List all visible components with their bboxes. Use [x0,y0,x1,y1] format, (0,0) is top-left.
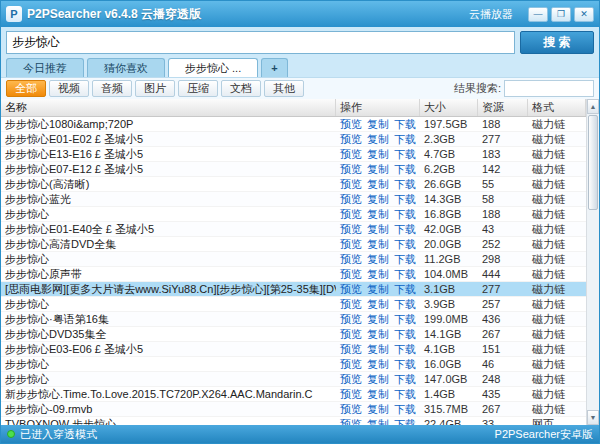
search-input[interactable] [6,31,515,54]
filter-button-3[interactable]: 图片 [135,80,175,97]
table-row[interactable]: 步步惊心DVD35集全预览复制下载14.1GB267磁力链 [1,327,586,342]
table-row[interactable]: 步步惊心原声带预览复制下载104.0MB444磁力链 [1,267,586,282]
preview-link[interactable]: 预览 [340,373,362,385]
filter-button-1[interactable]: 视频 [49,80,89,97]
download-link[interactable]: 下载 [394,253,416,265]
filter-button-5[interactable]: 文档 [221,80,261,97]
preview-link[interactable]: 预览 [340,148,362,160]
copy-link[interactable]: 复制 [367,403,389,415]
download-link[interactable]: 下载 [394,358,416,370]
scroll-track[interactable] [587,211,599,410]
scrollbar[interactable]: ▲ ▼ [586,99,599,425]
table-row[interactable]: 步步惊心预览复制下载147.0GB248磁力链 [1,372,586,387]
table-row[interactable]: 步步惊心预览复制下载16.8GB188磁力链 [1,207,586,222]
header-name[interactable]: 名称 [1,99,336,116]
preview-link[interactable]: 预览 [340,223,362,235]
table-row[interactable]: [思雨电影网][更多大片请去www.SiYu88.Cn][步步惊心][第25-3… [1,282,586,297]
table-row[interactable]: 步步惊心-09.rmvb预览复制下载315.7MB267磁力链 [1,402,586,417]
table-row[interactable]: 步步惊心1080i&amp;720P预览复制下载197.5GB188磁力链 [1,117,586,132]
preview-link[interactable]: 预览 [340,298,362,310]
preview-link[interactable]: 预览 [340,343,362,355]
header-size[interactable]: 大小 [420,99,478,116]
download-link[interactable]: 下载 [394,268,416,280]
download-link[interactable]: 下载 [394,418,416,425]
copy-link[interactable]: 复制 [367,373,389,385]
preview-link[interactable]: 预览 [340,268,362,280]
scroll-up-icon[interactable]: ▲ [587,99,599,114]
download-link[interactable]: 下载 [394,403,416,415]
android-version-link[interactable]: P2PSearcher安卓版 [495,427,593,442]
copy-link[interactable]: 复制 [367,268,389,280]
download-link[interactable]: 下载 [394,313,416,325]
preview-link[interactable]: 预览 [340,253,362,265]
download-link[interactable]: 下载 [394,298,416,310]
copy-link[interactable]: 复制 [367,418,389,425]
table-row[interactable]: 步步惊心预览复制下载11.2GB298磁力链 [1,252,586,267]
copy-link[interactable]: 复制 [367,148,389,160]
copy-link[interactable]: 复制 [367,343,389,355]
download-link[interactable]: 下载 [394,283,416,295]
table-row[interactable]: 步步惊心(高清晰)预览复制下载26.6GB55磁力链 [1,177,586,192]
download-link[interactable]: 下载 [394,343,416,355]
table-row[interactable]: 步步惊心E07-E12 £ 圣城小5预览复制下载6.2GB142磁力链 [1,162,586,177]
preview-link[interactable]: 预览 [340,313,362,325]
copy-link[interactable]: 复制 [367,253,389,265]
header-actions[interactable]: 操作 [336,99,420,116]
download-link[interactable]: 下载 [394,223,416,235]
copy-link[interactable]: 复制 [367,223,389,235]
table-row[interactable]: 步步惊心E01-E40全 £ 圣城小5预览复制下载42.0GB43磁力链 [1,222,586,237]
tab-2[interactable]: 步步惊心 ... [168,58,258,77]
filter-button-0[interactable]: 全部 [6,80,46,97]
preview-link[interactable]: 预览 [340,208,362,220]
search-button[interactable]: 搜 索 [520,31,594,54]
download-link[interactable]: 下载 [394,118,416,130]
download-link[interactable]: 下载 [394,238,416,250]
tab-0[interactable]: 今日推荐 [6,58,84,77]
preview-link[interactable]: 预览 [340,388,362,400]
preview-link[interactable]: 预览 [340,178,362,190]
copy-link[interactable]: 复制 [367,358,389,370]
result-search-input[interactable] [504,80,594,97]
download-link[interactable]: 下载 [394,193,416,205]
copy-link[interactable]: 复制 [367,328,389,340]
table-row[interactable]: 步步惊心蓝光预览复制下载14.3GB58磁力链 [1,192,586,207]
preview-link[interactable]: 预览 [340,193,362,205]
download-link[interactable]: 下载 [394,208,416,220]
copy-link[interactable]: 复制 [367,118,389,130]
table-row[interactable]: 步步惊心预览复制下载3.9GB257磁力链 [1,297,586,312]
preview-link[interactable]: 预览 [340,283,362,295]
preview-link[interactable]: 预览 [340,133,362,145]
copy-link[interactable]: 复制 [367,193,389,205]
table-row[interactable]: 步步惊心预览复制下载16.0GB46磁力链 [1,357,586,372]
copy-link[interactable]: 复制 [367,313,389,325]
preview-link[interactable]: 预览 [340,403,362,415]
close-button[interactable]: ✕ [574,7,594,22]
copy-link[interactable]: 复制 [367,388,389,400]
header-format[interactable]: 格式 [528,99,586,116]
copy-link[interactable]: 复制 [367,163,389,175]
table-row[interactable]: 步步惊心E03-E06 £ 圣城小5预览复制下载4.1GB151磁力链 [1,342,586,357]
copy-link[interactable]: 复制 [367,133,389,145]
preview-link[interactable]: 预览 [340,418,362,425]
table-row[interactable]: 步步惊心·粤语第16集预览复制下载199.0MB436磁力链 [1,312,586,327]
filter-button-4[interactable]: 压缩 [178,80,218,97]
add-tab-button[interactable]: + [261,58,287,77]
preview-link[interactable]: 预览 [340,328,362,340]
table-row[interactable]: TVBOXNOW 步步惊心预览复制下载22.4GB33网页 [1,417,586,425]
copy-link[interactable]: 复制 [367,178,389,190]
preview-link[interactable]: 预览 [340,238,362,250]
filter-button-2[interactable]: 音频 [92,80,132,97]
copy-link[interactable]: 复制 [367,238,389,250]
maximize-button[interactable]: ❐ [551,7,571,22]
download-link[interactable]: 下载 [394,388,416,400]
preview-link[interactable]: 预览 [340,163,362,175]
download-link[interactable]: 下载 [394,148,416,160]
table-row[interactable]: 步步惊心E01-E02 £ 圣城小5预览复制下载2.3GB277磁力链 [1,132,586,147]
filter-button-6[interactable]: 其他 [264,80,304,97]
tab-1[interactable]: 猜你喜欢 [87,58,165,77]
header-resources[interactable]: 资源 [478,99,528,116]
minimize-button[interactable]: — [528,7,548,22]
cloud-player-label[interactable]: 云播放器 [469,7,513,22]
preview-link[interactable]: 预览 [340,358,362,370]
copy-link[interactable]: 复制 [367,298,389,310]
